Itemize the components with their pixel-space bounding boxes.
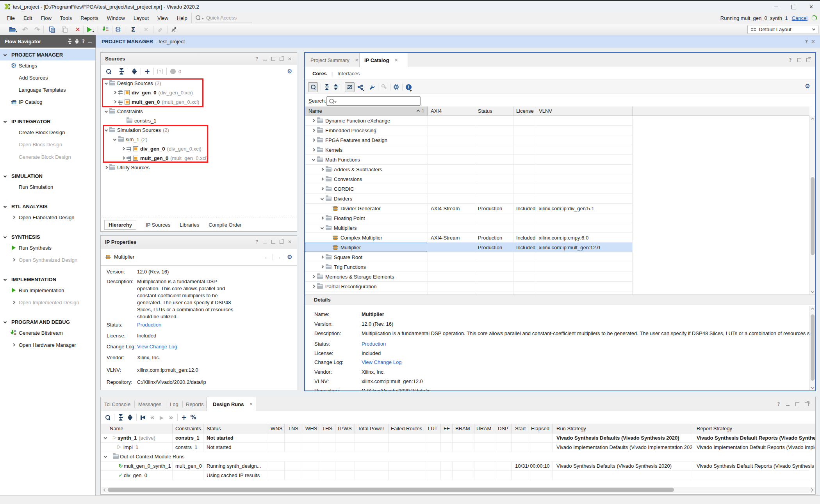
close-icon[interactable]: ✕ — [394, 58, 398, 63]
settings-button[interactable]: ⚙ — [113, 24, 123, 35]
flownav-item-run-simulation[interactable]: Run Simulation — [0, 181, 96, 192]
menu-item[interactable]: Help — [173, 12, 192, 24]
customize-button[interactable] — [369, 84, 375, 90]
detail-value[interactable]: Production — [362, 341, 386, 347]
flownav-section-simulation[interactable]: SIMULATION — [0, 170, 96, 182]
scroll-left-arrow[interactable] — [102, 487, 107, 493]
paste-button[interactable] — [59, 24, 70, 35]
panel-float-button[interactable] — [804, 401, 810, 407]
flownav-item-generate-bitstream[interactable]: 0110Generate Bitstream — [0, 327, 96, 338]
scroll-down-arrow[interactable] — [810, 385, 815, 390]
flownav-item-open-synthesized-design[interactable]: Open Synthesized Design — [0, 254, 96, 265]
flownav-section-project-manager[interactable]: PROJECT MANAGER — [0, 49, 96, 60]
flownav-section-program-and-debug[interactable]: PROGRAM AND DEBUG — [0, 316, 96, 328]
panel-min-button[interactable] — [262, 56, 268, 62]
panel-close-button[interactable]: ✕ — [287, 56, 293, 62]
search-button[interactable] — [308, 82, 318, 92]
catalog-tree-row[interactable]: Complex MultiplierAXI4-StreamProductionI… — [305, 233, 632, 243]
design-run-row[interactable]: Out-of-Context Module Runs — [101, 452, 809, 461]
bottom-tab-reports[interactable]: Reports — [186, 397, 204, 411]
search-button[interactable] — [105, 414, 111, 421]
detail-value[interactable]: View Change Log — [362, 359, 401, 365]
flownav-item-run-implementation[interactable]: Run Implementation — [0, 285, 96, 296]
runs-column-start[interactable]: Start — [515, 424, 526, 433]
chevron-right-icon[interactable] — [312, 148, 315, 151]
panel-help-button[interactable]: ? — [787, 57, 793, 63]
runs-column-total-power[interactable]: Total Power — [358, 424, 384, 433]
cancel-run-link[interactable]: Cancel — [792, 15, 808, 21]
catalog-tree-row[interactable]: Divider GeneratorAXI4-StreamProductionIn… — [305, 204, 632, 213]
quick-access-input[interactable] — [206, 15, 249, 21]
column-header-name[interactable]: Name 1 — [305, 106, 428, 115]
tab-project-summary[interactable]: Project Summary✕ — [310, 53, 358, 67]
help-button[interactable]: ? — [157, 68, 163, 75]
catalog-tree-row[interactable]: Conversions — [305, 174, 632, 184]
runs-column-dsp[interactable]: DSP — [498, 424, 508, 433]
panel-min-button[interactable] — [262, 239, 268, 245]
chevron-right-icon[interactable] — [321, 168, 324, 171]
design-run-row[interactable]: impl_1constrs_1Not startedVivado Impleme… — [101, 443, 809, 452]
runs-column-run-strategy[interactable]: Run Strategy — [556, 424, 586, 433]
chevron-right-icon[interactable] — [312, 138, 315, 142]
delete-button[interactable]: ✕ — [73, 24, 83, 35]
panel-help-button[interactable]: ? — [254, 239, 260, 245]
flownav-item-add-sources[interactable]: Add Sources — [0, 72, 96, 83]
design-run-row[interactable]: mult_gen_0_synth_1mult_gen_0Running synt… — [101, 461, 809, 471]
catalog-tree-row[interactable]: CORDIC — [305, 184, 632, 194]
chevron-right-icon[interactable] — [312, 285, 315, 288]
flownav-item-open-elaborated-design[interactable]: Open Elaborated Design — [0, 212, 96, 223]
filter-superseded-button[interactable] — [345, 82, 355, 92]
flownav-section-ip-integrator[interactable]: IP INTEGRATOR — [0, 115, 96, 127]
scroll-right-arrow[interactable] — [809, 487, 815, 493]
copy-button[interactable] — [47, 24, 57, 35]
help-icon[interactable]: ? — [805, 39, 808, 44]
ip-status-button[interactable]: i — [405, 84, 412, 90]
chevron-right-icon[interactable] — [312, 129, 315, 132]
runs-column-failed-routes[interactable]: Failed Routes — [391, 424, 422, 433]
column-header-axi4[interactable]: AXI4 — [431, 106, 442, 115]
runs-column-whs[interactable]: WHS — [305, 424, 317, 433]
panel-max-button[interactable] — [270, 56, 276, 62]
close-icon[interactable]: ✕ — [811, 39, 815, 44]
catalog-tree-row[interactable]: Kernels — [305, 145, 632, 155]
collapse-all-button[interactable] — [324, 84, 330, 90]
sources-tree-row[interactable]: Utility Sources — [105, 163, 150, 172]
expand-all-button[interactable] — [333, 84, 339, 90]
run-button[interactable] — [84, 24, 94, 35]
percent-button[interactable]: % — [190, 414, 196, 421]
catalog-tree-row[interactable]: Dividers — [305, 194, 632, 204]
catalog-tree-row[interactable]: Math Functions — [305, 155, 632, 165]
close-icon[interactable]: ✕ — [355, 58, 358, 63]
scroll-thumb[interactable] — [811, 314, 815, 381]
scroll-thumb[interactable] — [108, 488, 674, 492]
subtab-interfaces[interactable]: Interfaces — [337, 71, 360, 76]
step-forward-button[interactable]: » — [168, 414, 174, 421]
flownav-item-open-implemented-design[interactable]: Open Implemented Design — [0, 297, 96, 308]
collapse-all-button[interactable] — [118, 414, 124, 421]
chevron-down-icon[interactable] — [104, 455, 107, 458]
sources-tab-ip-sources[interactable]: IP Sources — [146, 222, 170, 228]
runs-column-name[interactable]: Name — [110, 424, 123, 433]
panel-max-button[interactable] — [270, 239, 276, 245]
column-header-license[interactable]: License — [516, 106, 534, 115]
catalog-tree-row[interactable]: Memories & Storage Elements — [305, 272, 632, 282]
catalog-tree-row[interactable]: Floating Point — [305, 213, 632, 223]
runs-column-ths[interactable]: THS — [322, 424, 332, 433]
bottom-tab-tcl-console[interactable]: Tcl Console — [104, 397, 130, 411]
window-maximize-button[interactable] — [785, 1, 802, 12]
chevron-down-icon[interactable] — [105, 110, 108, 113]
step-back-button[interactable]: « — [149, 414, 155, 421]
flownav-item-generate-block-design[interactable]: Generate Block Design — [0, 151, 96, 162]
chevron-down-icon[interactable] — [104, 436, 107, 439]
catalog-tree-scrollbar[interactable] — [809, 116, 815, 295]
details-scrollbar[interactable] — [809, 306, 815, 390]
runs-column-constraints[interactable]: Constraints — [175, 424, 201, 433]
bottom-tab-log[interactable]: Log — [170, 397, 178, 411]
chevron-down-icon[interactable] — [321, 226, 324, 229]
panel-max-button[interactable] — [796, 57, 802, 63]
scroll-up-arrow[interactable] — [810, 306, 815, 311]
catalog-tree-row[interactable]: Partial Reconfiguration — [305, 282, 632, 291]
runs-column-lut[interactable]: LUT — [428, 424, 438, 433]
runs-column-report-strategy[interactable]: Report Strategy — [697, 424, 732, 433]
runs-column-tpws[interactable]: TPWS — [337, 424, 352, 433]
